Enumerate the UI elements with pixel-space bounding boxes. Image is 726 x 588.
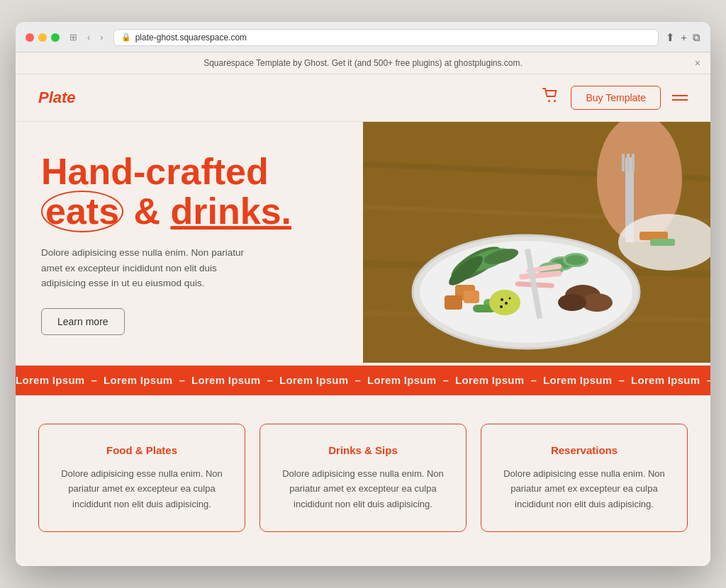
card-food-plates-title: Food & Plates: [56, 444, 228, 456]
hero-food-image: [363, 122, 710, 363]
hero-title-ampersand: &: [123, 191, 170, 232]
card-food-plates-description: Dolore adipisicing esse nulla enim. Non …: [56, 466, 228, 511]
browser-nav-controls: ⊞ ‹ ›: [67, 30, 106, 44]
cards-section: Food & Plates Dolore adipisicing esse nu…: [16, 395, 710, 566]
svg-rect-9: [622, 154, 625, 171]
site-header: Plate Buy Template: [16, 74, 710, 122]
forward-button[interactable]: ›: [97, 30, 106, 44]
marquee-bar: Lorem Ipsum – Lorem Ipsum – Lorem Ipsum …: [16, 366, 710, 395]
back-button[interactable]: ‹: [84, 30, 93, 44]
announcement-bar: Squarespace Template by Ghost. Get it (a…: [16, 52, 710, 74]
new-tab-icon[interactable]: +: [681, 31, 687, 44]
svg-point-36: [500, 305, 503, 308]
hero-left: Hand-crafted eats & drinks. Dolore adipi…: [16, 122, 363, 366]
tabs-icon[interactable]: ⧉: [693, 31, 700, 44]
svg-point-37: [509, 297, 511, 299]
svg-rect-45: [650, 239, 675, 246]
svg-point-28: [558, 294, 586, 311]
browser-chrome: ⊞ ‹ › 🔒 plate-ghost.squarespace.com ⬆ + …: [16, 22, 710, 52]
svg-point-0: [548, 100, 550, 102]
svg-point-33: [489, 290, 520, 315]
header-right: Buy Template: [542, 86, 688, 110]
card-food-plates: Food & Plates Dolore adipisicing esse nu…: [38, 424, 245, 532]
sidebar-toggle-icon[interactable]: ⊞: [67, 30, 80, 44]
lock-icon: 🔒: [121, 33, 131, 42]
buy-template-button[interactable]: Buy Template: [571, 86, 661, 110]
cart-icon[interactable]: [542, 88, 559, 107]
card-drinks-sips-description: Dolore adipisicing esse nulla enim. Non …: [277, 466, 449, 511]
svg-point-21: [566, 255, 586, 265]
minimize-window-button[interactable]: [38, 33, 47, 42]
hero-section: Hand-crafted eats & drinks. Dolore adipi…: [16, 122, 710, 366]
hamburger-line-2: [672, 99, 688, 101]
svg-point-35: [505, 302, 508, 305]
svg-point-1: [554, 100, 556, 102]
hero-circled-word: eats: [41, 191, 123, 232]
browser-window: ⊞ ‹ › 🔒 plate-ghost.squarespace.com ⬆ + …: [16, 22, 710, 566]
announcement-close-button[interactable]: ×: [695, 57, 700, 69]
card-drinks-sips: Drinks & Sips Dolore adipisicing esse nu…: [259, 424, 467, 532]
close-window-button[interactable]: [26, 33, 34, 42]
hero-title-line1: Hand-crafted: [41, 151, 269, 192]
fullscreen-window-button[interactable]: [51, 33, 60, 42]
card-reservations-description: Dolore adipisicing esse nulla enim. Non …: [498, 466, 670, 511]
traffic-lights: [26, 33, 60, 42]
browser-actions: ⬆ + ⧉: [666, 31, 700, 44]
svg-rect-40: [445, 295, 462, 310]
hamburger-line-1: [672, 95, 688, 96]
svg-rect-39: [464, 290, 479, 303]
svg-rect-10: [627, 154, 630, 171]
announcement-text: Squarespace Template by Ghost. Get it (a…: [203, 58, 523, 68]
svg-point-34: [501, 298, 503, 301]
site-logo: Plate: [38, 89, 76, 107]
learn-more-button[interactable]: Learn more: [41, 308, 125, 335]
share-icon[interactable]: ⬆: [666, 31, 675, 44]
svg-rect-11: [632, 154, 635, 171]
address-bar[interactable]: 🔒 plate-ghost.squarespace.com: [113, 29, 659, 46]
hero-title: Hand-crafted eats & drinks.: [41, 152, 337, 232]
hamburger-menu-icon[interactable]: [672, 95, 688, 101]
hero-image-area: [363, 122, 710, 366]
website-content: Squarespace Template by Ghost. Get it (a…: [16, 52, 710, 566]
card-reservations-title: Reservations: [498, 444, 670, 456]
hero-description: Dolore adipisicing esse nulla enim. Non …: [41, 245, 254, 291]
card-reservations: Reservations Dolore adipisicing esse nul…: [481, 424, 688, 532]
card-drinks-sips-title: Drinks & Sips: [277, 444, 449, 456]
hero-underlined-word: drinks.: [171, 191, 292, 232]
url-text: plate-ghost.squarespace.com: [135, 33, 247, 43]
marquee-text: Lorem Ipsum – Lorem Ipsum – Lorem Ipsum …: [16, 374, 710, 386]
